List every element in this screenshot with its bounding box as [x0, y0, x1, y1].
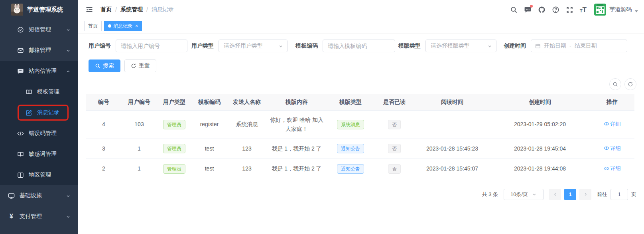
sidebar-item-sms[interactable]: 短信管理: [0, 19, 78, 40]
sidebar-item-infra[interactable]: 基础设施: [0, 185, 78, 206]
user-id-input[interactable]: [116, 40, 187, 52]
sidebar-item-mail[interactable]: 邮箱管理: [0, 40, 78, 61]
chevron-down-icon: [635, 10, 638, 12]
refresh-icon: [628, 81, 633, 87]
pager: 1: [549, 189, 591, 200]
sidebar-item-label: 站内信管理: [29, 67, 57, 75]
navbar-actions: TT 芋道源码: [508, 4, 638, 16]
detail-link[interactable]: 详细: [604, 164, 621, 173]
cell-actions: 详细: [590, 159, 634, 179]
cell-actions: 详细: [590, 110, 634, 139]
reset-button[interactable]: 重置: [124, 59, 156, 72]
cell-user-type: 管理员: [157, 139, 192, 159]
detail-link[interactable]: 详细: [604, 119, 621, 129]
eye-icon: [604, 121, 609, 127]
filter-template-type: 模版类型 请选择模版类型: [398, 40, 496, 52]
tab-message-record[interactable]: 消息记录 ×: [104, 21, 142, 31]
goto-label: 前往: [597, 191, 607, 198]
logo-avatar-image: [11, 4, 23, 16]
cell-is-read: 否: [374, 159, 414, 179]
font-size-icon[interactable]: TT: [578, 4, 589, 15]
sidebar-item-region[interactable]: 地区管理: [0, 165, 78, 185]
app-logo[interactable]: 芋道管理系统: [0, 0, 78, 19]
filter-actions: 搜索 重置: [89, 59, 636, 72]
sidebar-item-payment[interactable]: ¥ 支付管理: [0, 206, 78, 227]
search-button[interactable]: 搜索: [89, 59, 120, 72]
filter-user-type: 用户类型 请选择用户类型: [191, 40, 288, 52]
col-header-user-id: 用户编号: [122, 94, 157, 110]
help-icon[interactable]: [550, 4, 561, 16]
notification-dot: [530, 5, 533, 8]
fullscreen-icon[interactable]: [564, 4, 575, 16]
prev-page-button[interactable]: [549, 189, 561, 200]
refresh-icon: [131, 63, 136, 69]
pagination: 共 3 条 10条/页 1 前往 页: [86, 189, 636, 200]
eye-icon: [604, 145, 609, 151]
cell-sender: 123: [227, 159, 267, 179]
chevron-left-icon: [553, 192, 557, 196]
sidebar-item-label: 错误码管理: [29, 130, 57, 137]
cell-template-type: 通知公告: [327, 159, 374, 179]
template-type-select[interactable]: 请选择模版类型: [425, 40, 496, 52]
table-row: 4 103 管理员 register 系统消息 你好，欢迎 哈哈 加入大家庭！ …: [86, 110, 634, 139]
search-icon: [612, 81, 618, 87]
cell-template-code: test: [192, 139, 227, 159]
top-navbar: 首页 / 系统管理 / 消息记录: [78, 0, 644, 19]
col-header-user-type: 用户类型: [157, 94, 192, 110]
col-header-id: 编号: [86, 94, 122, 110]
is-read-badge: 否: [388, 120, 401, 129]
user-menu[interactable]: 芋道源码: [594, 4, 638, 16]
template-code-input[interactable]: [323, 40, 395, 52]
page-number-current[interactable]: 1: [564, 189, 576, 200]
total-count: 共 3 条: [482, 191, 498, 198]
sidebar-fold-icon[interactable]: [84, 4, 95, 15]
breadcrumb-separator: /: [146, 6, 148, 13]
cell-create-time: 2023-01-28 19:44:08: [490, 159, 590, 179]
breadcrumb-home[interactable]: 首页: [100, 6, 112, 13]
cell-user-type: 管理员: [157, 159, 192, 179]
tab-home[interactable]: 首页: [84, 21, 102, 31]
next-page-button[interactable]: [579, 189, 591, 200]
main-area: 首页 / 系统管理 / 消息记录: [78, 0, 644, 234]
goto-page: 前往 页: [597, 189, 636, 200]
chevron-down-icon: [66, 214, 71, 219]
sidebar-item-notify[interactable]: 站内信管理: [0, 61, 78, 81]
filter-form: 用户编号 用户类型 请选择用户类型 模板编码 模版类型: [89, 40, 636, 52]
breadcrumb-system[interactable]: 系统管理: [120, 6, 143, 13]
search-icon[interactable]: [508, 4, 520, 16]
cell-template-type: 系统消息: [327, 110, 374, 139]
cell-create-time: 2023-01-29 05:02:20: [490, 110, 590, 139]
close-icon[interactable]: ×: [135, 24, 138, 28]
sidebar-item-label: 消息记录: [37, 109, 59, 116]
sidebar-item-label: 模板管理: [37, 88, 59, 95]
refresh-table-button[interactable]: [624, 78, 636, 90]
table-row: 3 1 管理员 test 123 我是 1，我开始 2 了 通知公告 否 202…: [86, 139, 634, 159]
filter-label: 模板编码: [295, 42, 318, 50]
cell-sender: 系统消息: [227, 110, 267, 139]
page-size-select[interactable]: 10条/页: [504, 189, 544, 200]
cell-user-id: 1: [122, 159, 157, 179]
github-icon[interactable]: [536, 4, 547, 16]
table-row: 2 1 管理员 test 123 我是 1，我开始 2 了 通知公告 否 202…: [86, 159, 634, 179]
cell-template-code: register: [192, 110, 227, 139]
sidebar-item-template[interactable]: 模板管理: [0, 81, 78, 102]
detail-link[interactable]: 详细: [604, 144, 621, 153]
edit-icon: [26, 109, 32, 116]
sidebar-item-sensitive[interactable]: 敏感词管理: [0, 144, 78, 165]
cell-sender: 123: [227, 139, 267, 159]
start-date-placeholder[interactable]: 开始日期: [544, 42, 566, 50]
sidebar-item-errcode[interactable]: 错误码管理: [0, 123, 78, 144]
breadcrumb: 首页 / 系统管理 / 消息记录: [100, 6, 174, 13]
col-header-content: 模版内容: [267, 94, 327, 110]
goto-page-input[interactable]: [611, 189, 628, 200]
sidebar: 芋道管理系统 短信管理 邮箱管理 站内信管理 模板管理: [0, 0, 78, 234]
messages-icon[interactable]: [522, 4, 534, 16]
end-date-placeholder[interactable]: 结束日期: [575, 42, 597, 50]
sidebar-item-label: 短信管理: [29, 26, 51, 33]
user-type-select[interactable]: 请选择用户类型: [219, 40, 288, 52]
toggle-search-button[interactable]: [609, 78, 621, 90]
cell-read-time: [414, 110, 490, 139]
tab-label: 首页: [88, 23, 98, 30]
sidebar-item-message-record[interactable]: 消息记录: [0, 102, 78, 123]
date-range-picker[interactable]: 开始日期 - 结束日期: [531, 40, 627, 52]
